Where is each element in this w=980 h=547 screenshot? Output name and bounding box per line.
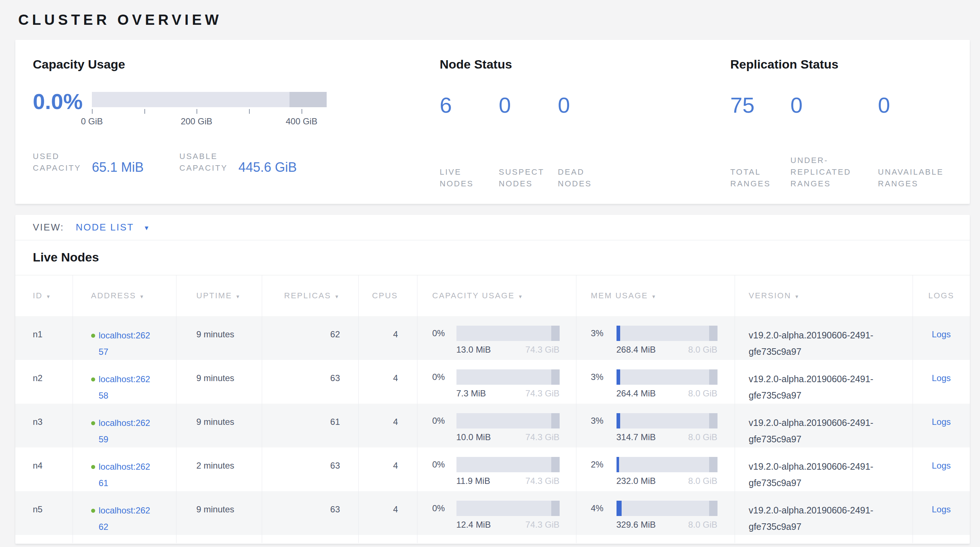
- node-address-link[interactable]: localhost:26262: [99, 502, 155, 535]
- capacity-gauge: 0 GiB 200 GiB 400 GiB: [92, 92, 327, 127]
- mem-total: 8.0 GiB: [688, 520, 717, 530]
- node-capacity-usage: 0% 13.0 MiB74.3 GiB: [417, 316, 576, 360]
- capacity-used: 13.0 MiB: [457, 345, 491, 355]
- capacity-total: 74.3 GiB: [525, 476, 559, 486]
- node-id: n5: [15, 491, 73, 535]
- column-header-version[interactable]: VERSION▼: [735, 275, 913, 316]
- view-selected-option[interactable]: NODE LIST: [76, 222, 134, 233]
- capacity-percent: 0%: [433, 413, 457, 428]
- capacity-percent: 0%: [433, 326, 457, 341]
- node-uptime: 2 minutes: [176, 447, 262, 491]
- node-mem-usage: 4% 329.6 MiB8.0 GiB: [576, 491, 735, 535]
- node-live-dot: [91, 509, 95, 513]
- node-live-dot: [91, 377, 95, 382]
- logs-link[interactable]: Logs: [932, 373, 951, 383]
- dead-nodes-value: 0: [558, 94, 730, 117]
- node-address-link[interactable]: localhost:26258: [99, 371, 155, 404]
- table-row: n1 localhost:26257 9 minutes 62 4 0% 13.…: [15, 316, 970, 360]
- node-replicas: 63: [262, 447, 358, 491]
- mem-bar: [617, 457, 718, 472]
- node-live-dot: [91, 465, 95, 469]
- column-header-capacity-usage[interactable]: CAPACITY USAGE▼: [417, 275, 576, 316]
- node-uptime: 9 minutes: [176, 360, 262, 404]
- node-live-dot: [91, 334, 95, 338]
- table-row: n3 localhost:26259 9 minutes 61 4 0% 10.…: [15, 404, 970, 447]
- node-status-heading: Node Status: [440, 57, 730, 72]
- column-header-id[interactable]: ID▼: [15, 275, 73, 316]
- capacity-used: 12.4 MiB: [457, 520, 491, 530]
- mem-used: 314.7 MiB: [617, 432, 656, 442]
- column-header-mem-usage[interactable]: MEM USAGE▼: [576, 275, 735, 316]
- axis-label-200: 200 GiB: [181, 116, 213, 127]
- node-uptime: 9 minutes: [176, 491, 262, 535]
- total-ranges-value: 75: [730, 94, 791, 117]
- column-header-uptime[interactable]: UPTIME▼: [176, 275, 262, 316]
- node-id: n1: [15, 316, 73, 360]
- sort-icon: ▼: [334, 294, 340, 299]
- capacity-total: 74.3 GiB: [525, 345, 559, 355]
- mem-percent: 3%: [591, 326, 617, 341]
- axis-label-400: 400 GiB: [286, 116, 318, 127]
- logs-link[interactable]: Logs: [932, 461, 951, 471]
- suspect-nodes-stat: 0 SUSPECT NODES: [499, 94, 558, 192]
- node-id: n2: [15, 360, 73, 404]
- table-row: n2 localhost:26258 9 minutes 63 4 0% 7.3…: [15, 360, 970, 404]
- table-header-row: ID▼ ADDRESS▼ UPTIME▼ REPLICAS▼ CPUS CAPA…: [15, 275, 970, 316]
- sort-icon: ▼: [235, 294, 241, 299]
- node-address-cell: localhost:26257: [73, 316, 176, 360]
- capacity-bar: [457, 369, 560, 385]
- node-logs-cell: Logs: [913, 316, 970, 360]
- capacity-gauge-bar: [92, 92, 327, 107]
- under-replicated-ranges-value: 0: [791, 94, 878, 117]
- capacity-total: 74.3 GiB: [525, 388, 559, 399]
- node-uptime: 9 minutes: [176, 404, 262, 447]
- usable-capacity-label: USABLE CAPACITY: [180, 151, 238, 174]
- mem-percent: 2%: [591, 457, 617, 472]
- node-replicas: 63: [262, 360, 358, 404]
- column-header-replicas[interactable]: REPLICAS▼: [262, 275, 358, 316]
- mem-total: 8.0 GiB: [688, 345, 717, 355]
- capacity-bar: [457, 457, 560, 472]
- table-row: n4 localhost:26261 2 minutes 63 4 0% 11.…: [15, 447, 970, 491]
- capacity-gauge-ticks: [92, 109, 327, 116]
- column-header-address[interactable]: ADDRESS▼: [73, 275, 176, 316]
- used-capacity-value: 65.1 MiB: [92, 160, 144, 175]
- node-mem-usage: 3% 268.4 MiB8.0 GiB: [576, 316, 735, 360]
- unavailable-ranges-stat: 0 UNAVAILABLE RANGES: [878, 94, 970, 192]
- page-title: CLUSTER OVERVIEW: [18, 12, 970, 28]
- capacity-used: 7.3 MiB: [457, 388, 486, 399]
- logs-link[interactable]: Logs: [932, 504, 951, 514]
- summary-card: Capacity Usage 0.0%: [15, 40, 970, 204]
- capacity-total: 74.3 GiB: [525, 520, 559, 530]
- logs-link[interactable]: Logs: [932, 417, 951, 427]
- logs-link[interactable]: Logs: [932, 329, 951, 339]
- node-capacity-usage: 0% 10.0 MiB74.3 GiB: [417, 404, 576, 447]
- node-address-cell: localhost:26259: [73, 404, 176, 447]
- mem-bar: [617, 413, 718, 428]
- node-address-link[interactable]: localhost:26261: [99, 458, 155, 491]
- usable-capacity-stat: USABLE CAPACITY 445.6 GiB: [180, 151, 326, 174]
- view-selector[interactable]: VIEW: NODE LIST ▼: [15, 215, 970, 240]
- live-nodes-heading: Live Nodes: [15, 240, 970, 275]
- node-cpus: 4: [358, 491, 417, 535]
- node-replicas: 63: [262, 491, 358, 535]
- capacity-used: 10.0 MiB: [457, 432, 491, 442]
- node-address-cell: localhost:26258: [73, 360, 176, 404]
- node-address-link[interactable]: localhost:26259: [99, 415, 155, 447]
- node-version: v19.2.0-alpha.20190606-2491-gfe735c9a97: [735, 404, 913, 447]
- live-nodes-label: LIVE NODES: [440, 166, 499, 192]
- node-address-link[interactable]: localhost:26257: [99, 327, 155, 360]
- mem-percent: 3%: [591, 369, 617, 385]
- table-row: n5 localhost:26262 9 minutes 63 4 0% 12.…: [15, 491, 970, 535]
- mem-used: 329.6 MiB: [617, 520, 656, 530]
- mem-total: 8.0 GiB: [688, 388, 717, 399]
- node-cpus: 4: [358, 316, 417, 360]
- used-capacity-stat: USED CAPACITY 65.1 MiB: [33, 151, 180, 174]
- dead-nodes-stat: 0 DEAD NODES: [558, 94, 730, 192]
- mem-used: 232.0 MiB: [617, 476, 656, 486]
- node-logs-cell: Logs: [913, 447, 970, 491]
- sort-icon: ▼: [139, 294, 145, 299]
- sort-icon: ▼: [794, 294, 800, 299]
- replication-status-section: Replication Status 75 TOTAL RANGES 0 UND…: [730, 57, 970, 204]
- replication-status-heading: Replication Status: [730, 57, 970, 72]
